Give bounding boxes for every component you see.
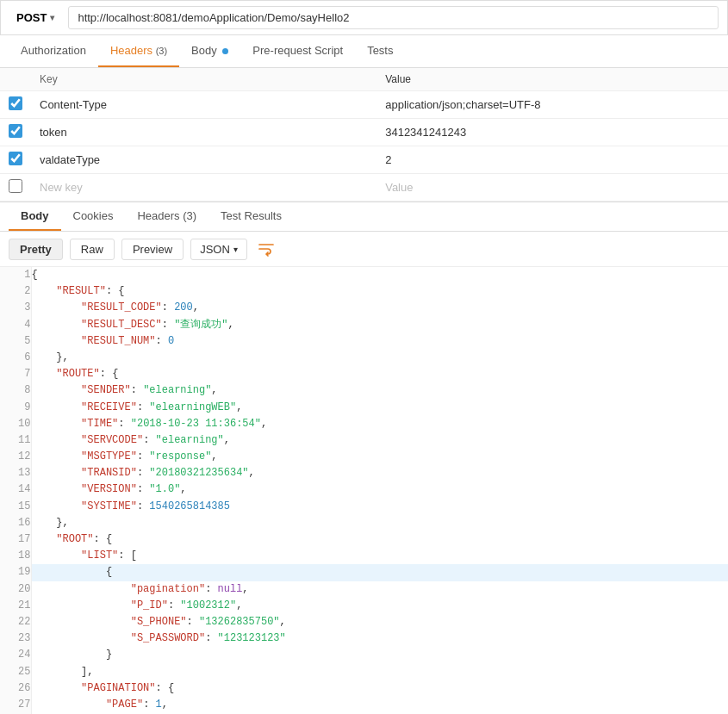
line-number: 22 <box>0 614 31 630</box>
line-number: 23 <box>0 630 31 647</box>
header-key-new-placeholder[interactable]: New key <box>31 174 376 202</box>
table-row: 15 "SYSTIME": 1540265814385 <box>0 499 728 515</box>
table-row: 20 "pagination": null, <box>0 581 728 598</box>
method-label: POST <box>16 11 47 24</box>
header-key-validate-type[interactable]: valdateType <box>31 146 376 174</box>
table-row: 5 "RESULT_NUM": 0 <box>0 333 728 350</box>
preview-button[interactable]: Preview <box>121 239 184 260</box>
line-number: 24 <box>0 647 31 663</box>
line-number: 20 <box>0 581 31 598</box>
code-line: "ROOT": { <box>31 531 728 548</box>
line-number: 5 <box>0 333 31 350</box>
table-row: 4 "RESULT_DESC": "查询成功", <box>0 317 728 333</box>
code-line: } <box>31 647 728 663</box>
tab-pre-request-script[interactable]: Pre-request Script <box>240 35 355 67</box>
code-line: "TIME": "2018-10-23 11:36:54", <box>31 416 728 432</box>
code-line: "RESULT_CODE": 200, <box>31 300 728 316</box>
header-row-new: New key Value <box>0 174 728 202</box>
line-number: 25 <box>0 664 31 680</box>
headers-table: Key Value Content-Type application/json;… <box>0 68 728 202</box>
table-row: 3 "RESULT_CODE": 200, <box>0 300 728 316</box>
line-number: 11 <box>0 432 31 449</box>
method-select[interactable]: POST ▾ <box>9 8 61 28</box>
response-tabs: Body Cookies Headers (3) Test Results <box>0 202 728 232</box>
tab-tests[interactable]: Tests <box>355 35 405 67</box>
tab-authorization-label: Authorization <box>21 44 86 57</box>
top-bar: POST ▾ <box>0 0 728 35</box>
header-value-new-placeholder[interactable]: Value <box>376 174 728 202</box>
code-line: "RESULT": { <box>31 283 728 300</box>
code-line: "P_ID": "1002312", <box>31 598 728 614</box>
line-number: 9 <box>0 400 31 416</box>
body-dot-indicator <box>222 48 228 54</box>
header-value-validate-type[interactable]: 2 <box>376 146 728 174</box>
header-value-content-type[interactable]: application/json;charset=UTF-8 <box>376 91 728 119</box>
table-row: 2 "RESULT": { <box>0 283 728 300</box>
url-input[interactable] <box>68 6 719 29</box>
line-number: 18 <box>0 548 31 564</box>
header-checkbox-validate-type[interactable] <box>9 152 22 165</box>
code-line: ], <box>31 664 728 680</box>
code-line: }, <box>31 350 728 366</box>
res-tab-body[interactable]: Body <box>9 202 61 231</box>
code-line: "SENDER": "elearning", <box>31 382 728 399</box>
header-row-validate-type: valdateType 2 <box>0 146 728 174</box>
value-col-header: Value <box>376 68 728 91</box>
table-row: 26 "PAGINATION": { <box>0 680 728 697</box>
code-line: "PAGINATION": { <box>31 680 728 697</box>
code-line: "VERSION": "1.0", <box>31 481 728 498</box>
header-row-content-type: Content-Type application/json;charset=UT… <box>0 91 728 119</box>
res-tab-test-results[interactable]: Test Results <box>208 202 294 231</box>
res-tab-headers[interactable]: Headers (3) <box>125 202 208 231</box>
table-row: 7 "ROUTE": { <box>0 366 728 382</box>
code-line: "RESULT_NUM": 0 <box>31 333 728 350</box>
header-value-token[interactable]: 3412341241243 <box>376 119 728 146</box>
table-row: 13 "TRANSID": "20180321235634", <box>0 465 728 481</box>
tab-headers[interactable]: Headers (3) <box>98 35 179 67</box>
code-line: "TRANSID": "20180321235634", <box>31 465 728 481</box>
code-table: 1{2 "RESULT": {3 "RESULT_CODE": 200,4 "R… <box>0 267 728 714</box>
table-row: 18 "LIST": [ <box>0 548 728 564</box>
line-number: 10 <box>0 416 31 432</box>
table-row: 24 } <box>0 647 728 663</box>
res-tab-cookies[interactable]: Cookies <box>61 202 126 231</box>
header-key-content-type[interactable]: Content-Type <box>31 91 376 119</box>
tab-headers-label: Headers (3) <box>110 44 167 57</box>
code-line: "LIST": [ <box>31 548 728 564</box>
header-row-token: token 3412341241243 <box>0 119 728 146</box>
code-area: 1{2 "RESULT": {3 "RESULT_CODE": 200,4 "R… <box>0 267 728 714</box>
table-row: 25 ], <box>0 664 728 680</box>
format-chevron-icon: ▾ <box>233 245 238 254</box>
tab-authorization[interactable]: Authorization <box>9 35 98 67</box>
table-row: 14 "VERSION": "1.0", <box>0 481 728 498</box>
table-row: 21 "P_ID": "1002312", <box>0 598 728 614</box>
table-row: 11 "SERVCODE": "elearning", <box>0 432 728 449</box>
line-number: 4 <box>0 317 31 333</box>
header-checkbox-new[interactable] <box>9 179 22 193</box>
tab-body[interactable]: Body <box>179 35 240 67</box>
code-line: }, <box>31 515 728 531</box>
res-tab-test-results-label: Test Results <box>221 209 282 222</box>
code-line: "ROUTE": { <box>31 366 728 382</box>
line-number: 8 <box>0 382 31 399</box>
code-line: "S_PHONE": "13262835750", <box>31 614 728 630</box>
table-row: 27 "PAGE": 1, <box>0 697 728 713</box>
tab-tests-label: Tests <box>367 44 393 57</box>
wrap-button[interactable] <box>254 237 278 261</box>
header-checkbox-token[interactable] <box>9 124 22 138</box>
format-select[interactable]: JSON ▾ <box>190 239 247 260</box>
table-row: 22 "S_PHONE": "13262835750", <box>0 614 728 630</box>
line-number: 16 <box>0 515 31 531</box>
raw-button[interactable]: Raw <box>70 239 115 260</box>
line-number: 15 <box>0 499 31 515</box>
line-number: 3 <box>0 300 31 316</box>
code-line: { <box>31 267 728 283</box>
header-checkbox-content-type[interactable] <box>9 96 22 110</box>
code-line: "SYSTIME": 1540265814385 <box>31 499 728 515</box>
table-row: 19 { <box>0 564 728 581</box>
header-key-token[interactable]: token <box>31 119 376 146</box>
table-row: 6 }, <box>0 350 728 366</box>
code-line: "SERVCODE": "elearning", <box>31 432 728 449</box>
pretty-button[interactable]: Pretty <box>9 239 63 260</box>
code-line: "MSGTYPE": "response", <box>31 449 728 465</box>
